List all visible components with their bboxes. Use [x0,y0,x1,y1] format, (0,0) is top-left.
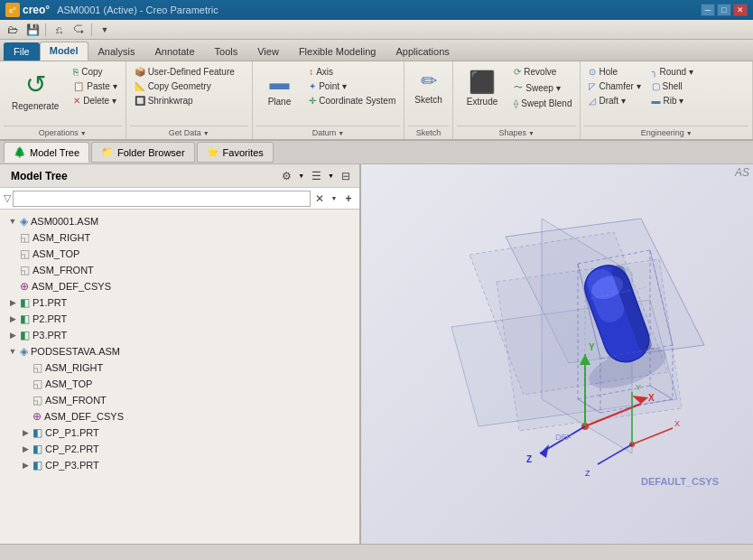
expand-cp-p1prt[interactable]: ▶ [20,427,31,438]
tree-columns-button[interactable]: ☰ [306,167,326,185]
shell-button[interactable]: ▢ Shell [647,79,698,93]
axis-button[interactable]: ↕ Axis [304,65,400,79]
redo-button[interactable]: ⮎ [70,22,88,38]
tab-annotate[interactable]: Annotate [144,42,204,61]
main-area: Model Tree ⚙ ▼ ☰ ▼ ⊟ ▽ ✕ ▼ + ▼ ◈ ASM0001… [0,164,753,551]
round-button[interactable]: ╮ Round ▾ [647,65,698,79]
search-dropdown-button[interactable]: ▼ [329,190,339,208]
quick-access-toolbar: 🗁 💾 ⎌ ⮎ ▼ [0,20,753,40]
regenerate-button[interactable]: ↺ Regenerate [4,65,67,116]
user-defined-feature-button[interactable]: 📦 User-Defined Feature [130,65,239,79]
favorites-label: Favorites [223,147,264,158]
minimize-button[interactable]: ─ [701,4,715,16]
search-clear-button[interactable]: ✕ [312,190,327,208]
svg-text:DEF: DEF [555,433,572,442]
ribbon-tabs: File Model Analysis Annotate Tools View … [0,40,753,61]
swept-blend-button[interactable]: ⟠ Swept Blend [509,97,576,110]
tab-favorites[interactable]: ⭐ Favorites [197,142,274,163]
tab-file[interactable]: File [4,42,40,61]
plane-button[interactable]: ▬ Plane [262,67,298,111]
delete-button[interactable]: ✕ Delete ▾ [69,94,121,107]
tree-item-cp-p1prt[interactable]: ▶ ◧ CP_P1.PRT [0,425,359,441]
chamfer-button[interactable]: ◸ Chamfer ▾ [584,79,645,93]
tab-folder-browser[interactable]: 📁 Folder Browser [91,142,195,163]
tree-settings-button[interactable]: ⚙ [276,167,296,185]
operations-label[interactable]: Operations ▼ [4,126,122,139]
tab-flexible-modeling[interactable]: Flexible Modeling [289,42,386,61]
search-input[interactable] [13,191,311,207]
asm0001-label: ASM0001.ASM [31,216,98,227]
tab-model[interactable]: Model [40,42,88,61]
shell-icon: ▢ [652,81,660,91]
tree-item-asm0001[interactable]: ▼ ◈ ASM0001.ASM [0,213,359,229]
sweep-button[interactable]: 〜 Sweep ▾ [509,79,576,96]
tree-item-p3prt[interactable]: ▶ ◧ P3.PRT [0,327,359,343]
asm-right-label: ASM_RIGHT [33,232,90,243]
tab-tools[interactable]: Tools [205,42,248,61]
copy-geometry-button[interactable]: 📐 Copy Geometry [130,79,239,93]
datum-label[interactable]: Datum ▼ [256,126,401,139]
extrude-button[interactable]: ⬛ Extrude [460,65,504,111]
tab-view[interactable]: View [247,42,289,61]
viewport[interactable]: AS X Y Z [361,164,753,551]
engineering-label[interactable]: Engineering ▼ [584,126,748,139]
revolve-button[interactable]: ⟳ Revolve [509,65,576,79]
add-filter-button[interactable]: + [341,190,356,208]
tree-settings-dropdown[interactable]: ▼ [298,167,304,185]
tree-item-sub-asm-front[interactable]: ◱ ASM_FRONT [0,392,359,408]
get-data-group: 📦 User-Defined Feature 📐 Copy Geometry 🔲… [126,61,253,139]
coord-system-button[interactable]: ✛ Coordinate System [304,94,400,107]
expand-p2prt[interactable]: ▶ [7,313,18,324]
tree-columns-dropdown[interactable]: ▼ [328,167,334,185]
undo-button[interactable]: ⎌ [50,22,68,38]
asm-right-icon: ◱ [20,231,30,244]
revolve-icon: ⟳ [514,67,521,77]
rib-button[interactable]: ▬ Rib ▾ [647,94,698,107]
svg-text:X: X [648,393,655,403]
get-data-label[interactable]: Get Data ▼ [130,126,248,139]
engineering-text: Engineering [641,128,684,137]
draft-button[interactable]: ◿ Draft ▾ [584,94,645,107]
close-button[interactable]: ✕ [733,4,748,16]
tree-filter-button[interactable]: ⊟ [336,167,356,185]
point-button[interactable]: ✦ Point ▾ [304,79,400,93]
datum-text: Datum [312,128,337,137]
expand-asm0001[interactable]: ▼ [7,216,18,227]
expand-p1prt[interactable]: ▶ [7,297,18,308]
tree-item-cp-p2prt[interactable]: ▶ ◧ CP_P2.PRT [0,441,359,457]
sub-asm-right-label: ASM_RIGHT [45,362,103,373]
tree-item-sub-asm-top[interactable]: ◱ ASM_TOP [0,376,359,392]
tree-item-asm-front[interactable]: ◱ ASM_FRONT [0,262,359,278]
tree-item-podsestava[interactable]: ▼ ◈ PODSESTAVA.ASM [0,343,359,359]
paste-button[interactable]: 📋 Paste ▾ [69,79,121,93]
tree-item-sub-asm-def-csys[interactable]: ⊕ ASM_DEF_CSYS [0,408,359,425]
get-data-dropdown: ▼ [203,130,209,136]
tree-item-sub-asm-right[interactable]: ◱ ASM_RIGHT [0,359,359,376]
get-data-text: Get Data [169,128,201,137]
shrinkwrap-button[interactable]: 🔲 Shrinkwrap [130,94,239,107]
save-button[interactable]: 💾 [23,22,42,38]
svg-text:Y: Y [589,342,595,352]
tree-item-asm-def-csys[interactable]: ⊕ ASM_DEF_CSYS [0,278,359,294]
tree-item-p1prt[interactable]: ▶ ◧ P1.PRT [0,294,359,311]
tree-item-p2prt[interactable]: ▶ ◧ P2.PRT [0,311,359,327]
tree-item-asm-right[interactable]: ◱ ASM_RIGHT [0,229,359,246]
tree-item-cp-p3prt[interactable]: ▶ ◧ CP_P3.PRT [0,457,359,473]
expand-p3prt[interactable]: ▶ [7,330,18,341]
model-tree-tab-icon: 🌲 [14,146,26,158]
tab-applications[interactable]: Applications [386,42,459,61]
hole-button[interactable]: ⊙ Hole [584,65,645,79]
expand-cp-p2prt[interactable]: ▶ [20,443,31,454]
maximize-button[interactable]: □ [717,4,731,16]
expand-podsestava[interactable]: ▼ [7,346,18,357]
qa-extra[interactable]: ▼ [96,22,114,38]
tree-item-asm-top[interactable]: ◱ ASM_TOP [0,246,359,262]
new-button[interactable]: 🗁 [4,22,22,38]
tab-analysis[interactable]: Analysis [88,42,145,61]
title-bar: c° creo° ASM0001 (Active) - Creo Paramet… [0,0,753,20]
tab-model-tree[interactable]: 🌲 Model Tree [4,142,89,163]
copy-button[interactable]: ⎘ Copy [69,65,121,79]
sketch-button[interactable]: ✏ Sketch [408,65,449,109]
expand-cp-p3prt[interactable]: ▶ [20,460,31,471]
shapes-label[interactable]: Shapes ▼ [457,126,577,139]
